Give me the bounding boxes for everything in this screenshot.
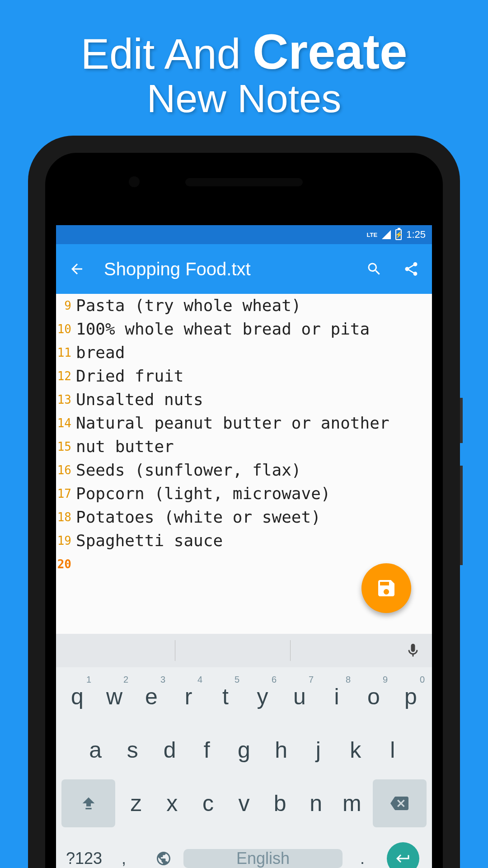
editor-line[interactable]: 17Popcorn (light, microwave) <box>56 482 432 505</box>
line-text[interactable]: Pasta (try whole wheat) <box>76 294 301 317</box>
status-lte: LTE <box>367 231 378 238</box>
comma-key[interactable]: , <box>104 849 144 868</box>
line-text[interactable]: nut butter <box>76 435 174 458</box>
suggestion-slot[interactable] <box>175 640 290 661</box>
backspace-key[interactable] <box>373 779 427 827</box>
promo-text-a: Edit And <box>81 30 253 78</box>
language-key[interactable] <box>144 850 183 867</box>
key-p[interactable]: 0p <box>392 673 429 721</box>
key-c[interactable]: c <box>190 779 226 827</box>
editor-line[interactable]: 13Unsalted nuts <box>56 388 432 411</box>
promo-text-b: Create <box>253 24 407 79</box>
key-i[interactable]: 8i <box>318 673 355 721</box>
search-button[interactable] <box>364 259 384 279</box>
key-o[interactable]: 9o <box>355 673 392 721</box>
key-f[interactable]: f <box>188 726 225 774</box>
key-x[interactable]: x <box>154 779 190 827</box>
period-key[interactable]: . <box>343 849 382 868</box>
line-number: 19 <box>56 529 76 552</box>
space-key[interactable]: English <box>183 849 343 868</box>
editor-line[interactable]: 10100% whole wheat bread or pita <box>56 317 432 341</box>
search-icon <box>366 261 382 277</box>
key-m[interactable]: m <box>334 779 370 827</box>
line-text[interactable]: Potatoes (white or sweet) <box>76 505 321 529</box>
key-h[interactable]: h <box>263 726 300 774</box>
key-v[interactable]: v <box>226 779 262 827</box>
enter-icon <box>395 850 411 867</box>
phone-camera <box>129 176 140 187</box>
line-text[interactable]: Dried fruit <box>76 364 183 388</box>
signal-icon <box>382 230 391 239</box>
key-y[interactable]: 6y <box>244 673 281 721</box>
key-b[interactable]: b <box>262 779 298 827</box>
line-text[interactable]: Seeds (sunflower, flax) <box>76 458 301 482</box>
phone-side-button <box>460 398 463 443</box>
phone-side-button <box>460 466 463 565</box>
line-number: 11 <box>56 341 76 364</box>
key-n[interactable]: n <box>298 779 334 827</box>
suggestion-slot[interactable] <box>290 640 405 661</box>
enter-key[interactable] <box>387 842 419 868</box>
backspace-icon <box>390 794 408 812</box>
key-u[interactable]: 7u <box>281 673 318 721</box>
save-fab[interactable] <box>361 563 411 613</box>
back-button[interactable] <box>67 259 87 279</box>
page-title: Shopping Food.txt <box>104 259 347 279</box>
key-l[interactable]: l <box>374 726 411 774</box>
key-q[interactable]: 1q <box>59 673 96 721</box>
line-text[interactable]: Popcorn (light, microwave) <box>76 482 331 505</box>
editor-line[interactable]: 11bread <box>56 341 432 364</box>
editor-line[interactable]: 12Dried fruit <box>56 364 432 388</box>
editor-line[interactable]: 16Seeds (sunflower, flax) <box>56 458 432 482</box>
editor-line[interactable]: 19Spaghetti sauce <box>56 529 432 552</box>
editor-line[interactable]: 14Natural peanut butter or another <box>56 411 432 435</box>
status-bar: LTE ⚡ 1:25 <box>56 225 432 244</box>
editor-line[interactable]: 9Pasta (try whole wheat) <box>56 294 432 317</box>
battery-icon: ⚡ <box>395 229 402 240</box>
symbols-key[interactable]: ?123 <box>64 849 104 868</box>
line-number: 16 <box>56 458 76 482</box>
line-number: 13 <box>56 388 76 411</box>
suggestion-bar[interactable] <box>56 634 432 667</box>
key-t[interactable]: 5t <box>207 673 244 721</box>
share-icon <box>403 261 419 277</box>
key-r[interactable]: 4r <box>170 673 207 721</box>
save-icon <box>375 577 397 599</box>
shift-icon <box>80 794 98 812</box>
line-number: 20 <box>56 552 76 576</box>
key-k[interactable]: k <box>337 726 374 774</box>
promo-line-2: New Notes <box>0 75 488 122</box>
mic-icon[interactable] <box>405 642 421 659</box>
line-number: 10 <box>56 317 76 341</box>
editor-line[interactable]: 18Potatoes (white or sweet) <box>56 505 432 529</box>
line-text[interactable]: Spaghetti sauce <box>76 529 223 552</box>
key-z[interactable]: z <box>118 779 154 827</box>
line-text[interactable]: 100% whole wheat bread or pita <box>76 317 370 341</box>
key-j[interactable]: j <box>300 726 337 774</box>
line-text[interactable]: Natural peanut butter or another <box>76 411 389 435</box>
key-g[interactable]: g <box>225 726 263 774</box>
suggestion-slot[interactable] <box>61 640 175 661</box>
key-s[interactable]: s <box>114 726 151 774</box>
editor-line[interactable]: 15nut butter <box>56 435 432 458</box>
line-text[interactable]: Unsalted nuts <box>76 388 203 411</box>
line-number: 17 <box>56 482 76 505</box>
arrow-left-icon <box>69 261 85 277</box>
key-w[interactable]: 2w <box>96 673 133 721</box>
phone-bezel: LTE ⚡ 1:25 Shopping Food.txt 9Pasta (try… <box>45 153 443 868</box>
screen: LTE ⚡ 1:25 Shopping Food.txt 9Pasta (try… <box>56 225 432 868</box>
key-a[interactable]: a <box>77 726 114 774</box>
key-d[interactable]: d <box>151 726 188 774</box>
line-number: 12 <box>56 364 76 388</box>
shift-key[interactable] <box>61 779 115 827</box>
globe-icon <box>155 850 172 867</box>
share-button[interactable] <box>401 259 421 279</box>
promo-line-1: Edit And Create <box>0 23 488 80</box>
promo-title: Edit And Create New Notes <box>0 0 488 131</box>
text-editor[interactable]: 9Pasta (try whole wheat)10100% whole whe… <box>56 294 432 634</box>
line-text[interactable]: bread <box>76 341 125 364</box>
line-number: 15 <box>56 435 76 458</box>
key-e[interactable]: 3e <box>133 673 170 721</box>
line-number: 9 <box>56 294 76 317</box>
line-number: 14 <box>56 411 76 435</box>
